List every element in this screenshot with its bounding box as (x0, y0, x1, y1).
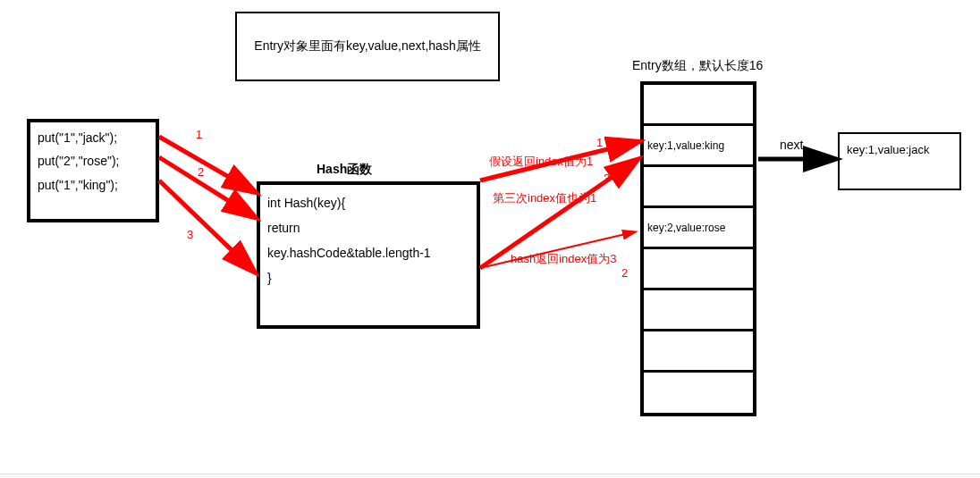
put-call-3: put("1","king"); (38, 175, 148, 195)
hash-function-label: Hash函数 (317, 162, 372, 178)
right-arrow-2-label: 2 (621, 266, 628, 280)
hash-code-line4: } (267, 265, 469, 290)
right-arrow-3-label: 3 (604, 172, 610, 185)
next-label: next (780, 138, 803, 152)
put-calls-box: put("1","jack"); put("2","rose"); put("1… (27, 119, 159, 222)
arrow-put2-to-hash (159, 157, 250, 214)
hash-code-line2: return (267, 215, 469, 240)
hash-function-box: int Hash(key){ return key.hashCode&table… (257, 181, 480, 329)
annotation-index3: hash返回index值为3 (511, 251, 617, 267)
linked-node-box: key:1,value:jack (838, 132, 961, 190)
entry-array-label: Entry数组，默认长度16 (632, 58, 763, 74)
arrow-put3-to-hash (159, 180, 250, 268)
left-arrow-1-label: 1 (196, 128, 202, 141)
left-arrow-3-label: 3 (187, 228, 193, 241)
put-call-1: put("1","jack"); (38, 128, 148, 147)
entry-title-text: Entry对象里面有key,value,next,hash属性 (254, 38, 480, 55)
array-cell-5 (644, 290, 753, 331)
array-cell-3: key:2,value:rose (644, 208, 753, 249)
arrow-put1-to-hash (159, 137, 250, 189)
array-cell-4 (644, 249, 753, 290)
array-cell-6 (644, 331, 753, 373)
array-cell-7 (644, 373, 753, 414)
hash-code-line1: int Hash(key){ (267, 190, 469, 215)
array-cell-0 (644, 85, 753, 126)
array-cell-2 (644, 167, 753, 208)
left-arrow-2-label: 2 (198, 165, 204, 179)
page-crease (0, 474, 980, 478)
linked-node-text: key:1,value:jack (847, 143, 930, 156)
put-call-2: put("2","rose"); (38, 151, 148, 171)
entry-array-box: key:1,value:king key:2,value:rose (640, 81, 756, 416)
right-arrow-1-label: 1 (596, 136, 603, 149)
hash-code-line3: key.hashCode&table.length-1 (267, 240, 469, 265)
annotation-third: 第三次index值也为1 (493, 190, 596, 206)
entry-title-box: Entry对象里面有key,value,next,hash属性 (235, 12, 500, 81)
annotation-index1: 假设返回index值为1 (489, 154, 593, 170)
array-cell-1: key:1,value:king (644, 126, 753, 167)
